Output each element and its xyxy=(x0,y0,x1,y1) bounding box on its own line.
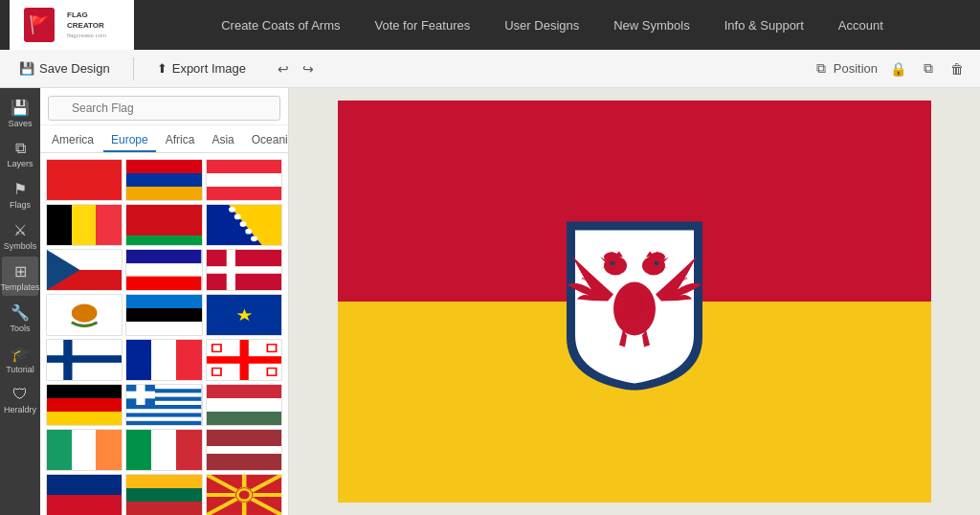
flag-france[interactable] xyxy=(125,339,202,381)
delete-button[interactable]: 🗑 xyxy=(946,58,969,79)
saves-label: Saves xyxy=(8,119,32,128)
sidebar-item-tutorial[interactable]: 🎓 Tutorial xyxy=(2,339,38,378)
export-icon: ⬆ xyxy=(157,61,167,76)
flag-macedonia[interactable] xyxy=(206,474,282,515)
sidebar-item-heraldry[interactable]: 🛡 Heraldry xyxy=(2,380,38,418)
shield-container[interactable] xyxy=(558,213,711,391)
symbols-label: Symbols xyxy=(4,241,37,251)
sidebar-item-flags[interactable]: ⚑ Flags xyxy=(2,174,38,213)
logo: 🚩 FLAG CREATOR flagcreator.com xyxy=(19,4,124,46)
svg-rect-40 xyxy=(126,409,201,413)
flag-bosnia[interactable] xyxy=(206,204,282,246)
nav-user-designs[interactable]: User Designs xyxy=(487,18,596,33)
tab-europe[interactable]: Europe xyxy=(103,129,156,152)
flags-grid: ★ xyxy=(40,153,288,515)
flag-belarus[interactable] xyxy=(125,204,202,246)
tools-label: Tools xyxy=(10,324,30,333)
layers-icon: ⧉ xyxy=(816,60,826,77)
layers-label: Layers xyxy=(7,159,33,168)
svg-point-9 xyxy=(234,214,240,220)
svg-rect-44 xyxy=(126,392,155,399)
region-tabs: America Europe Africa Asia Oceania xyxy=(40,125,288,153)
flag-croatia[interactable] xyxy=(125,249,202,291)
nav-new-symbols[interactable]: New Symbols xyxy=(596,18,706,33)
flag-georgia[interactable] xyxy=(206,339,282,381)
nav-account[interactable]: Account xyxy=(821,18,901,33)
flag-cyprus[interactable] xyxy=(46,294,122,336)
panel: 🔍 America Europe Africa Asia Oceania xyxy=(40,88,289,515)
flag-eu[interactable]: ★ xyxy=(206,294,282,336)
tab-america[interactable]: America xyxy=(44,129,101,152)
svg-point-23 xyxy=(72,304,98,323)
save-icon: 💾 xyxy=(19,61,34,76)
top-nav: 🚩 FLAG CREATOR flagcreator.com Create Co… xyxy=(0,0,980,50)
icon-sidebar: 💾 Saves ⧉ Layers ⚑ Flags ⚔ Symbols ⊞ Tem… xyxy=(0,88,40,515)
flag-germany[interactable] xyxy=(46,384,122,426)
sidebar-item-saves[interactable]: 💾 Saves xyxy=(2,93,38,132)
redo-button[interactable]: ↪ xyxy=(298,58,319,79)
undo-button[interactable]: ↩ xyxy=(273,58,294,79)
nav-info-support[interactable]: Info & Support xyxy=(707,18,821,33)
svg-rect-17 xyxy=(126,263,201,276)
search-input[interactable] xyxy=(48,96,280,121)
nav-create-coats[interactable]: Create Coats of Arms xyxy=(204,18,357,33)
flag-hungary[interactable] xyxy=(206,384,282,426)
nav-links: Create Coats of Arms Vote for Features U… xyxy=(134,18,970,33)
svg-point-60 xyxy=(625,291,644,318)
canvas-area[interactable] xyxy=(289,88,980,515)
undo-redo-group: ↩ ↪ xyxy=(273,58,319,79)
svg-rect-21 xyxy=(207,266,281,274)
shield-eagle-svg xyxy=(558,213,711,391)
flag-lithuania[interactable] xyxy=(125,474,202,515)
sidebar-item-tools[interactable]: 🔧 Tools xyxy=(2,298,38,337)
svg-text:CREATOR: CREATOR xyxy=(67,21,104,30)
export-image-button[interactable]: ⬆ Export Image xyxy=(149,57,254,79)
flag-latvia[interactable] xyxy=(206,429,282,471)
heraldry-icon: 🛡 xyxy=(12,386,28,403)
svg-rect-41 xyxy=(126,417,201,421)
flag-greece[interactable] xyxy=(125,384,202,426)
svg-rect-31 xyxy=(207,356,281,364)
flag-finland[interactable] xyxy=(46,339,122,381)
layers-icon-side: ⧉ xyxy=(15,140,26,157)
flags-icon: ⚑ xyxy=(13,180,27,198)
flag-austria[interactable] xyxy=(206,159,282,201)
flags-label: Flags xyxy=(10,200,31,210)
flags-grid-wrap: ★ xyxy=(40,153,288,515)
symbols-icon: ⚔ xyxy=(13,221,27,239)
save-label: Save Design xyxy=(39,61,110,76)
flag-albania[interactable] xyxy=(46,159,122,201)
flag-italy[interactable] xyxy=(125,429,202,471)
flag-canvas xyxy=(338,101,931,503)
copy-button[interactable]: ⧉ xyxy=(919,57,938,79)
search-bar: 🔍 xyxy=(40,88,288,125)
svg-rect-16 xyxy=(126,250,201,263)
tools-icon: 🔧 xyxy=(11,303,30,322)
save-design-button[interactable]: 💾 Save Design xyxy=(11,57,118,79)
svg-point-10 xyxy=(239,221,246,227)
flag-denmark[interactable] xyxy=(206,249,282,291)
tab-oceania[interactable]: Oceania xyxy=(244,129,289,152)
svg-point-8 xyxy=(229,207,235,213)
tab-asia[interactable]: Asia xyxy=(204,129,241,152)
sidebar-item-symbols[interactable]: ⚔ Symbols xyxy=(2,215,38,255)
flag-czech[interactable] xyxy=(46,249,122,291)
templates-label: Templates xyxy=(0,282,39,292)
svg-text:flagcreator.com: flagcreator.com xyxy=(67,33,106,38)
svg-text:★: ★ xyxy=(235,305,254,324)
toolbar-right: ⧉ Position 🔒 ⧉ 🗑 xyxy=(816,57,969,79)
sidebar-item-layers[interactable]: ⧉ Layers xyxy=(2,134,38,172)
flag-armenia[interactable] xyxy=(125,159,202,201)
lock-button[interactable]: 🔒 xyxy=(885,58,911,79)
templates-icon: ⊞ xyxy=(14,262,27,280)
flag-liechtenstein[interactable] xyxy=(46,474,122,515)
tutorial-icon: 🎓 xyxy=(11,345,30,363)
flag-estonia[interactable] xyxy=(125,294,202,336)
flag-belgium[interactable] xyxy=(46,204,122,246)
nav-vote-features[interactable]: Vote for Features xyxy=(357,18,487,33)
tab-africa[interactable]: Africa xyxy=(158,129,203,152)
logo-area: 🚩 FLAG CREATOR flagcreator.com xyxy=(10,0,134,50)
svg-point-11 xyxy=(245,229,252,235)
flag-ireland[interactable] xyxy=(46,429,122,471)
sidebar-item-templates[interactable]: ⊞ Templates xyxy=(2,257,38,296)
